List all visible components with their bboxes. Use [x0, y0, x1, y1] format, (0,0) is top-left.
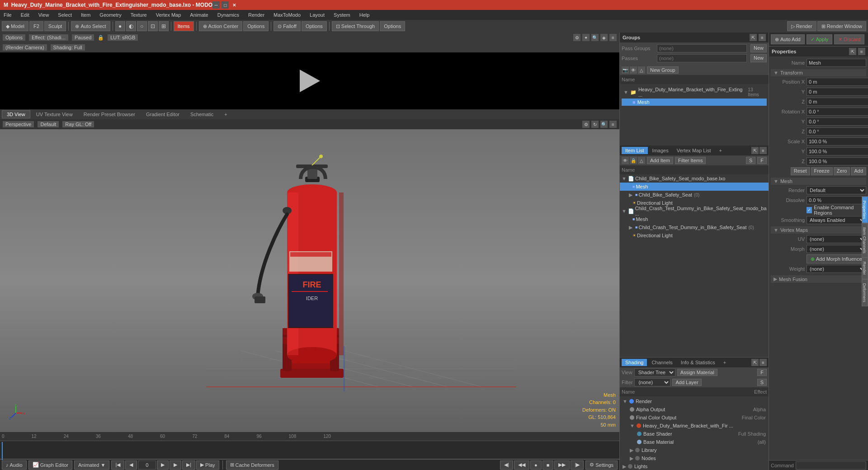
sh-item-render[interactable]: ▼ Render: [621, 397, 768, 405]
scale-y-input[interactable]: [807, 147, 868, 155]
tree-item-mesh1[interactable]: ■ Mesh: [620, 183, 769, 191]
scale-x-input[interactable]: [807, 137, 868, 146]
freeze-btn[interactable]: Freeze: [811, 167, 833, 175]
auto-select-btn[interactable]: ⊕ Auto Select: [71, 21, 110, 31]
pass-groups-input[interactable]: [657, 44, 747, 52]
options-1-btn[interactable]: Options: [243, 21, 269, 31]
command-input[interactable]: [796, 461, 866, 470]
animated-btn[interactable]: Animated ▼: [74, 461, 109, 470]
toolbar-icon-1[interactable]: ●: [115, 21, 125, 31]
tab-info-statistics[interactable]: Info & Statistics: [677, 359, 719, 366]
shading-btn[interactable]: Shading: Full: [51, 44, 85, 51]
minimize-btn[interactable]: ─: [212, 1, 220, 9]
props-expand-icon[interactable]: ⇱: [849, 48, 856, 55]
frame-number-input[interactable]: [138, 461, 156, 470]
transport-icon-3[interactable]: ●: [530, 461, 542, 470]
assign-material-btn[interactable]: Assign Material: [677, 369, 717, 376]
sh-item-base-material[interactable]: Base Material (all): [621, 438, 768, 446]
vp-icon-orbit[interactable]: ↻: [591, 121, 599, 128]
uv-select[interactable]: (none): [807, 235, 866, 243]
render-btn[interactable]: ▷ Render: [787, 21, 816, 31]
mesh-fusion-section[interactable]: ▶ Mesh Fusion: [771, 275, 866, 283]
prev-frame-btn[interactable]: ◀: [125, 461, 137, 470]
new-group-btn[interactable]: New Group: [647, 66, 679, 74]
menu-texture[interactable]: Texture: [129, 11, 149, 19]
pass-groups-new-btn[interactable]: New: [750, 44, 767, 52]
groups-tree-item-main[interactable]: ▼ 📁 Heavy_Duty_Marine_Bracket_with_Fire_…: [622, 86, 767, 99]
tab-shading[interactable]: Shading: [622, 359, 647, 366]
options-3-btn[interactable]: Options: [380, 21, 405, 31]
model-btn[interactable]: ◆ Model: [2, 21, 28, 31]
sh-item-base-shader[interactable]: Base Shader Full Shading: [621, 430, 768, 438]
toolbar-icon-5[interactable]: ⊞: [159, 21, 169, 31]
menu-geometry[interactable]: Geometry: [98, 11, 123, 19]
vp-icon-zoom[interactable]: 🔍: [600, 121, 608, 128]
transport-icon-2[interactable]: ◀◀: [514, 461, 529, 470]
tab-vertex-map-list[interactable]: Vertex Map List: [673, 147, 715, 154]
menu-select[interactable]: Select: [56, 11, 74, 19]
maximize-btn[interactable]: □: [222, 1, 229, 9]
render-camera-btn[interactable]: (Render Camera): [3, 44, 47, 51]
morph-select[interactable]: (none): [807, 245, 866, 253]
style-btn[interactable]: Default: [38, 121, 59, 127]
tab-channels[interactable]: Channels: [648, 359, 676, 366]
tab-schematic[interactable]: Schematic: [185, 110, 218, 118]
tab-add[interactable]: +: [219, 110, 232, 118]
tree-item-dir-light2[interactable]: ☀ Directional Light: [620, 231, 769, 240]
sh-item-final-color[interactable]: Final Color Output Final Color: [621, 414, 768, 422]
enable-cmd-regions-checkbox[interactable]: ✓: [807, 207, 812, 213]
il-f-btn[interactable]: F: [757, 157, 767, 164]
play-button-large[interactable]: [300, 70, 320, 92]
side-tab-deformers[interactable]: Deformers: [862, 279, 868, 306]
add-transform-btn[interactable]: Add: [851, 167, 866, 175]
timeline-bar[interactable]: [0, 441, 619, 459]
sh-item-nodes[interactable]: ▶ Nodes: [621, 454, 768, 462]
transport-icon-6[interactable]: |▶: [571, 461, 584, 470]
sh-item-lights[interactable]: ▶ Lights: [621, 462, 768, 470]
tab-uv-texture-view[interactable]: UV Texture View: [31, 110, 78, 118]
rot-z-input[interactable]: [807, 127, 868, 136]
tab-add-panel[interactable]: +: [715, 147, 725, 154]
vertex-maps-section[interactable]: ▼ Vertex Maps: [771, 226, 866, 234]
passes-input[interactable]: [657, 54, 747, 62]
side-tab-item-channels[interactable]: Item Channels: [862, 223, 868, 258]
reset-btn[interactable]: Reset: [791, 167, 810, 175]
menu-system[interactable]: System: [332, 11, 352, 19]
shading-filter-select[interactable]: (none): [634, 378, 670, 386]
pos-y-input[interactable]: [807, 88, 868, 96]
menu-edit[interactable]: Edit: [19, 11, 31, 19]
menu-render[interactable]: Render: [246, 11, 266, 19]
discard-btn[interactable]: ✕ Discard: [834, 34, 864, 44]
transform-section[interactable]: ▼ Transform: [771, 69, 866, 76]
preview-icon-4[interactable]: ◈: [600, 34, 608, 41]
weight-select[interactable]: (none): [807, 265, 866, 273]
select-through-btn[interactable]: ⊡ Select Through: [332, 21, 379, 31]
add-morph-influence-btn[interactable]: ⊕ Add Morph Influence: [807, 254, 866, 263]
preview-lut-btn[interactable]: LUT: sRGB: [108, 34, 138, 41]
auto-add-btn[interactable]: ⊕ Auto Add: [771, 34, 805, 44]
filter-items-btn[interactable]: Filter Items: [675, 157, 706, 164]
smoothing-select[interactable]: Always Enabled: [807, 216, 866, 224]
tab-render-preset-browser[interactable]: Render Preset Browser: [79, 110, 140, 118]
menu-view[interactable]: View: [37, 11, 51, 19]
timeline-cursor[interactable]: [2, 442, 3, 460]
menu-help[interactable]: Help: [358, 11, 372, 19]
menu-item[interactable]: Item: [79, 11, 92, 19]
preview-icon-5[interactable]: ≡: [609, 34, 617, 41]
tree-item-file2[interactable]: ▼ 📄 Child_Crash_Test_Dummy_in_Bike_Safet…: [620, 207, 769, 215]
transport-icon-5[interactable]: ▶▶: [554, 461, 570, 470]
audio-btn[interactable]: ♪ Audio: [2, 461, 27, 470]
toolbar-icon-2[interactable]: ◐: [126, 21, 136, 31]
transport-icon-4[interactable]: ■: [542, 461, 554, 470]
name-input[interactable]: [807, 59, 866, 67]
menu-layout[interactable]: Layout: [308, 11, 326, 19]
preview-icon-2[interactable]: ✦: [582, 34, 590, 41]
item-list-settings-icon[interactable]: ≡: [760, 147, 767, 154]
groups-eye-icon[interactable]: 👁: [630, 66, 637, 74]
mesh-section[interactable]: ▼ Mesh: [771, 178, 866, 185]
options-2-btn[interactable]: Options: [302, 21, 327, 31]
pos-x-input[interactable]: [807, 78, 868, 86]
shader-tree-select[interactable]: Shader Tree: [634, 368, 675, 376]
vp-icon-settings[interactable]: ≡: [609, 121, 617, 128]
props-settings-icon[interactable]: ≡: [858, 48, 865, 55]
